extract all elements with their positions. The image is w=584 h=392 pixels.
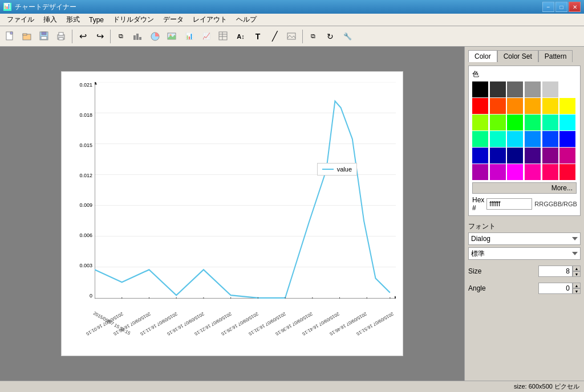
menu-help[interactable]: ヘルプ <box>232 14 261 26</box>
color-cell-26[interactable] <box>507 148 523 164</box>
copy-special-button[interactable]: ⧉ <box>113 28 129 44</box>
save-button[interactable] <box>36 28 52 44</box>
color-cell-31[interactable] <box>490 164 506 180</box>
color-cell-18[interactable] <box>472 131 488 147</box>
svg-rect-9 <box>133 35 136 40</box>
y-label-0009: 0.009 <box>79 202 92 208</box>
chart-container[interactable]: 0.021 0.018 0.015 0.012 0.009 0.006 0.00… <box>61 71 403 356</box>
line-chart-button[interactable]: 📈 <box>198 28 214 44</box>
close-button[interactable]: ✕ <box>569 2 581 12</box>
color-cell-4[interactable] <box>542 81 558 97</box>
minimize-button[interactable]: − <box>542 2 554 12</box>
toolbar-sep-2 <box>110 30 111 43</box>
y-label-0006: 0.006 <box>79 232 92 238</box>
image-chart-button[interactable] <box>164 28 180 44</box>
color-cell-27[interactable] <box>525 148 541 164</box>
color-cell-3[interactable] <box>525 81 541 97</box>
color-cell-23[interactable] <box>559 131 575 147</box>
color-cell-15[interactable] <box>525 115 541 130</box>
color-cell-11[interactable] <box>559 98 575 114</box>
tab-color[interactable]: Color <box>468 50 497 62</box>
color-panel: 色 More... Hex # RRGGBB/RGB <box>468 66 581 216</box>
svg-marker-31 <box>95 82 97 85</box>
open-button[interactable] <box>19 28 35 44</box>
size-up-button[interactable]: ▲ <box>573 266 581 271</box>
undo-button[interactable]: ↩ <box>75 28 91 44</box>
print-button[interactable] <box>54 28 70 44</box>
new-button[interactable] <box>2 28 18 44</box>
color-cell-21[interactable] <box>525 131 541 147</box>
menu-insert[interactable]: 挿入 <box>39 14 62 26</box>
color-cell-2[interactable] <box>507 81 523 97</box>
legend-label: value <box>337 166 352 173</box>
data-chart-button[interactable]: 📊 <box>181 28 197 44</box>
config-button[interactable]: 🔧 <box>339 28 355 44</box>
color-cell-10[interactable] <box>542 98 558 114</box>
more-button[interactable]: More... <box>472 182 577 194</box>
color-cell-35[interactable] <box>559 164 575 180</box>
hex-input[interactable] <box>486 198 532 210</box>
main-area: 0.021 0.018 0.015 0.012 0.009 0.006 0.00… <box>0 47 584 381</box>
color-cell-33[interactable] <box>525 164 541 180</box>
bar-chart-button[interactable] <box>130 28 146 44</box>
menu-format[interactable]: 形式 <box>62 14 84 26</box>
angle-down-button[interactable]: ▼ <box>573 288 581 294</box>
color-cell-20[interactable] <box>507 131 523 147</box>
text-button[interactable]: T <box>250 28 266 44</box>
window-controls: − □ ✕ <box>542 2 581 12</box>
color-cell-5[interactable] <box>559 81 575 97</box>
color-cell-9[interactable] <box>525 98 541 114</box>
toolbar-sep-3 <box>302 30 303 43</box>
redo-button[interactable]: ↪ <box>92 28 108 44</box>
color-cell-19[interactable] <box>490 131 506 147</box>
color-cell-8[interactable] <box>507 98 523 114</box>
angle-input[interactable] <box>538 283 573 294</box>
angle-up-button[interactable]: ▲ <box>573 283 581 288</box>
refresh-button[interactable]: ↻ <box>322 28 338 44</box>
color-cell-17[interactable] <box>559 115 575 130</box>
color-cell-16[interactable] <box>542 115 558 130</box>
maximize-button[interactable]: □ <box>555 2 567 12</box>
color-cell-30[interactable] <box>472 164 488 180</box>
image-button[interactable] <box>284 28 300 44</box>
color-cell-28[interactable] <box>542 148 558 164</box>
color-cell-25[interactable] <box>490 148 506 164</box>
menu-type[interactable]: Type <box>84 15 108 25</box>
svg-rect-4 <box>42 32 46 35</box>
style-select[interactable]: 標準 Bold Italic <box>468 247 581 260</box>
x-label-0: 2015/09/07 15:56:15 <box>92 311 131 336</box>
line-tool-button[interactable]: ╱ <box>267 28 283 44</box>
pie-chart-button[interactable] <box>147 28 163 44</box>
toolbar: ↩ ↪ ⧉ 📊 📈 A↕ T ╱ ⧉ ↻ 🔧 <box>0 26 584 47</box>
y-label-0021: 0.021 <box>79 82 92 88</box>
color-cell-0[interactable] <box>472 81 488 97</box>
menu-data[interactable]: データ <box>159 14 188 26</box>
color-cell-6[interactable] <box>472 98 488 114</box>
color-cell-32[interactable] <box>507 164 523 180</box>
tab-colorset[interactable]: Color Set <box>497 50 538 62</box>
color-cell-1[interactable] <box>490 81 506 97</box>
menu-drilldown[interactable]: ドリルダウン <box>108 14 159 26</box>
text-size-button[interactable]: A↕ <box>233 28 249 44</box>
copy-button[interactable]: ⧉ <box>305 28 321 44</box>
tab-pattern[interactable]: Pattern <box>538 50 573 62</box>
color-cell-12[interactable] <box>472 115 488 130</box>
menu-layout[interactable]: レイアウト <box>188 14 232 26</box>
color-cell-22[interactable] <box>542 131 558 147</box>
color-cell-24[interactable] <box>472 148 488 164</box>
svg-rect-8 <box>59 38 63 40</box>
menu-file[interactable]: ファイル <box>2 14 39 26</box>
color-cell-13[interactable] <box>490 115 506 130</box>
font-label: フォント <box>468 222 581 231</box>
font-select[interactable]: Dialog Arial Helvetica <box>468 232 581 245</box>
size-spinner: ▲ ▼ <box>538 266 581 277</box>
y-label-0015: 0.015 <box>79 142 92 148</box>
color-cell-14[interactable] <box>507 115 523 130</box>
color-cell-34[interactable] <box>542 164 558 180</box>
color-cell-29[interactable] <box>559 148 575 164</box>
menu-bar: ファイル 挿入 形式 Type ドリルダウン データ レイアウト ヘルプ <box>0 14 584 26</box>
size-down-button[interactable]: ▼ <box>573 271 581 277</box>
table-button[interactable] <box>216 28 232 44</box>
color-cell-7[interactable] <box>490 98 506 114</box>
size-input[interactable] <box>538 266 573 277</box>
